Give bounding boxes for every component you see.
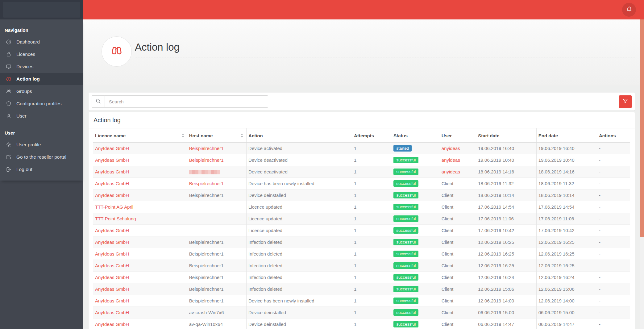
- end-date: 19.06.2019 16:40: [536, 143, 597, 154]
- licence-link[interactable]: AnyIdeas GmbH: [95, 275, 129, 280]
- nav-section-header-navigation: Navigation: [0, 19, 83, 36]
- user-link[interactable]: anyideas: [442, 169, 460, 174]
- actions-cell: -: [597, 260, 630, 272]
- sidebar-item-user[interactable]: User: [0, 110, 83, 122]
- licence-link[interactable]: TTT-Point AG April: [95, 204, 133, 210]
- start-date: 12.06.2019 16:25: [476, 260, 536, 272]
- user-link[interactable]: anyideas: [442, 146, 460, 151]
- sidebar-item-log-out[interactable]: Log out: [0, 163, 83, 176]
- action-text: Infection deleted: [247, 283, 352, 295]
- attempts-text: 1: [352, 248, 392, 260]
- user-text: Client: [442, 286, 453, 292]
- licence-link[interactable]: AnyIdeas GmbH: [95, 181, 129, 186]
- page-title: Action log: [135, 42, 635, 53]
- licence-link[interactable]: AnyIdeas GmbH: [95, 193, 129, 198]
- sidebar-item-label: Go to the reseller portal: [16, 154, 66, 160]
- attempts-text: 1: [352, 319, 392, 329]
- user-text: Client: [442, 228, 453, 233]
- status-badge: successful: [393, 192, 418, 198]
- table-row: AnyIdeas GmbHBeispielrechner1Infection d…: [93, 272, 630, 283]
- attempts-text: 1: [352, 283, 392, 295]
- notifications-button[interactable]: [622, 3, 636, 17]
- sidebar-item-configuration-profiles[interactable]: Configuration profiles: [0, 98, 83, 110]
- page-header: Action log: [83, 19, 644, 85]
- licence-link[interactable]: AnyIdeas GmbH: [95, 251, 129, 256]
- gear-icon: [6, 142, 12, 148]
- start-date: 06.06.2019 14:47: [476, 319, 536, 329]
- user-text: Client: [442, 322, 453, 327]
- table-row: AnyIdeas GmbHLicence updated1successfulC…: [93, 225, 630, 236]
- actions-cell: -: [597, 307, 630, 319]
- column-label: Start date: [478, 133, 499, 138]
- search-input[interactable]: [105, 95, 268, 108]
- end-date: 18.06.2019 11:32: [536, 178, 597, 189]
- sidebar-header: [0, 0, 83, 19]
- end-date: 12.06.2019 16:25: [536, 236, 597, 248]
- end-date: 12.06.2019 15:06: [536, 283, 597, 295]
- licence-link[interactable]: AnyIdeas GmbH: [95, 298, 129, 303]
- share-icon: [6, 154, 12, 160]
- licence-link[interactable]: AnyIdeas GmbH: [95, 146, 129, 151]
- start-date: 06.06.2019 15:00: [476, 307, 536, 319]
- attempts-text: 1: [352, 154, 392, 166]
- start-date: 12.06.2019 16:24: [476, 272, 536, 283]
- user-text: Client: [442, 310, 453, 315]
- licence-link[interactable]: AnyIdeas GmbH: [95, 157, 129, 163]
- column-label: Attempts: [354, 133, 374, 138]
- end-date: 17.06.2019 14:54: [536, 201, 597, 213]
- sidebar-item-devices[interactable]: Devices: [0, 60, 83, 73]
- sidebar-item-label: User: [16, 113, 27, 119]
- end-date: 06.06.2019 14:47: [536, 319, 597, 329]
- table-row: AnyIdeas GmbHav-crash-Win7x6Device deins…: [93, 307, 630, 319]
- funnel-icon: [622, 98, 628, 105]
- licence-link[interactable]: AnyIdeas GmbH: [95, 322, 129, 327]
- scrollbar-thumb[interactable]: [640, 19, 644, 237]
- logo: [3, 2, 80, 18]
- column-header-licence-name[interactable]: Licence name: [93, 128, 187, 143]
- user-text: Client: [442, 216, 453, 221]
- column-header-host-name[interactable]: Host name: [187, 128, 247, 143]
- column-header-start-date: Start date: [476, 128, 536, 143]
- status-badge: successful: [393, 204, 418, 210]
- actions-cell: -: [597, 178, 630, 189]
- user-text: Client: [442, 275, 453, 280]
- attempts-text: 1: [352, 213, 392, 225]
- search-icon: [95, 98, 101, 105]
- action-text: Licence updated: [247, 201, 352, 213]
- licence-link[interactable]: TTT-Point Schulung: [95, 216, 136, 221]
- licence-link[interactable]: AnyIdeas GmbH: [95, 169, 129, 174]
- status-badge: successful: [393, 321, 418, 327]
- user-link[interactable]: anyideas: [442, 157, 460, 163]
- status-badge: successful: [393, 286, 418, 292]
- end-date: 17.06.2019 11:06: [536, 213, 597, 225]
- sidebar-item-action-log[interactable]: Action log: [0, 73, 83, 85]
- start-date: 17.06.2019 10:42: [476, 225, 536, 236]
- status-badge: successful: [393, 262, 418, 269]
- licence-link[interactable]: AnyIdeas GmbH: [95, 263, 129, 268]
- sidebar-item-dashboard[interactable]: Dashboard: [0, 36, 83, 48]
- licence-link[interactable]: AnyIdeas GmbH: [95, 310, 129, 315]
- licence-link[interactable]: AnyIdeas GmbH: [95, 239, 129, 245]
- sidebar-item-groups[interactable]: Groups: [0, 85, 83, 98]
- actions-cell: -: [597, 143, 630, 154]
- licence-link[interactable]: AnyIdeas GmbH: [95, 286, 129, 292]
- host-link[interactable]: Beispielrechner1: [189, 181, 224, 186]
- actions-cell: -: [597, 248, 630, 260]
- search-addon: [92, 95, 105, 108]
- column-label: Actions: [599, 133, 616, 138]
- filter-button[interactable]: [619, 95, 632, 108]
- host-text: Beispielrechner1: [189, 239, 224, 245]
- shield-icon: [6, 101, 12, 107]
- licence-link[interactable]: AnyIdeas GmbH: [95, 228, 129, 233]
- sidebar-item-licences[interactable]: Licences: [0, 48, 83, 60]
- start-date: 18.06.2019 10:14: [476, 189, 536, 201]
- table-row: AnyIdeas GmbHBeispielrechner1Infection d…: [93, 236, 630, 248]
- sidebar-item-user-profile[interactable]: User profile: [0, 139, 83, 151]
- host-link[interactable]: Beispielrechner1: [189, 157, 224, 163]
- host-link[interactable]: Beispielrechner1: [189, 146, 224, 151]
- action-text: Device deactivated: [247, 154, 352, 166]
- table-row: AnyIdeas GmbHav-qa-Win10x64Device deinst…: [93, 319, 630, 329]
- end-date: 12.06.2019 16:24: [536, 272, 597, 283]
- sidebar-navigation: Navigation Dashboard Licences Devices Ac…: [0, 19, 83, 181]
- sidebar-item-go-to-the-reseller-portal[interactable]: Go to the reseller portal: [0, 151, 83, 163]
